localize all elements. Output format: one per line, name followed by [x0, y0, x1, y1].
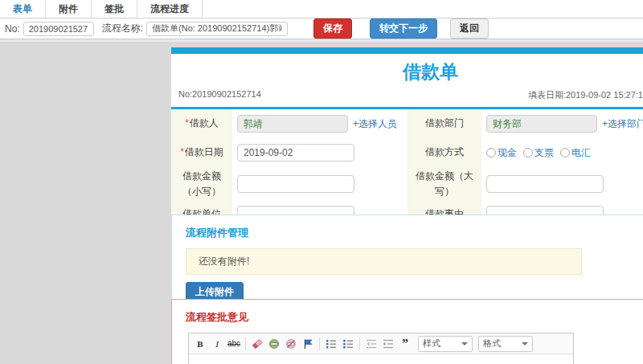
amount-upper-input[interactable] — [486, 175, 604, 193]
process-name-label: 流程名称: — [102, 22, 143, 35]
form-date-text: 填表日期:2019-09-02 15:27:1 — [528, 89, 643, 101]
required-asterisk: * — [180, 146, 184, 157]
bulleted-list-icon[interactable] — [341, 337, 355, 351]
editor-toolbar: B I abc — [189, 333, 573, 354]
toolbar-separator — [319, 337, 320, 350]
indent-icon[interactable] — [381, 337, 395, 351]
select-department-link[interactable]: +选择部门 — [602, 117, 643, 131]
no-label: No: — [5, 23, 20, 35]
save-button[interactable]: 保存 — [313, 18, 352, 39]
action-toolbar: No: 流程名称: 保存 转交下一步 返回 — [0, 18, 643, 39]
style-dropdown-label: 样式 — [423, 337, 440, 350]
department-field: +选择部门 — [481, 109, 643, 138]
amount-upper-field — [481, 167, 643, 201]
loan-method-field: 现金 支票 电汇 — [481, 138, 643, 167]
no-input[interactable] — [23, 22, 94, 36]
radio-wire-transfer[interactable]: 电汇 — [560, 146, 591, 160]
radio-check[interactable]: 支票 — [523, 146, 554, 160]
toolbar-separator — [245, 337, 246, 350]
tab-attachments[interactable]: 附件 — [46, 0, 92, 18]
format-dropdown-label: 格式 — [483, 337, 501, 350]
panel-top-accent-bar — [171, 47, 643, 54]
toolbar-separator — [359, 337, 360, 350]
form-no-text: No:20190902152714 — [178, 89, 261, 101]
department-label: 借款部门 — [408, 109, 481, 138]
italic-icon[interactable]: I — [210, 337, 224, 351]
borrower-input[interactable] — [237, 115, 348, 133]
department-input[interactable] — [486, 115, 597, 133]
radio-cash[interactable]: 现金 — [486, 146, 517, 160]
amount-upper-label: 借款金额（大写） — [408, 167, 481, 201]
unlink-icon[interactable] — [284, 337, 298, 351]
tab-form[interactable]: 表单 — [0, 0, 46, 18]
tab-process-progress[interactable]: 流程进度 — [137, 0, 203, 18]
link-icon[interactable] — [267, 337, 281, 351]
select-person-link[interactable]: +选择人员 — [353, 117, 397, 131]
tab-bar: 表单 附件 签批 流程进度 — [0, 0, 643, 18]
loan-date-input[interactable] — [237, 144, 354, 162]
radio-circle-icon[interactable] — [523, 148, 533, 157]
approval-section-title: 流程签批意见 — [172, 300, 643, 333]
chevron-down-icon — [461, 342, 468, 346]
amount-lower-input[interactable] — [237, 175, 354, 193]
borrower-field: +选择人员 — [232, 109, 408, 138]
editor-content-area[interactable] — [189, 354, 573, 364]
loan-form-panel: 借款单 No:20190902152714 填表日期:2019-09-02 15… — [171, 47, 643, 230]
attachment-section-title: 流程附件管理 — [172, 215, 643, 248]
form-meta-row: No:20190902152714 填表日期:2019-09-02 15:27:… — [171, 89, 643, 107]
no-attachment-alert: 还没有附件! — [186, 248, 582, 275]
rich-text-editor: B I abc — [188, 333, 574, 364]
radio-circle-icon[interactable] — [486, 148, 496, 157]
amount-lower-label: 借款金额（小写） — [171, 167, 232, 201]
process-name-input[interactable] — [146, 22, 288, 36]
forward-next-step-button[interactable]: 转交下一步 — [370, 18, 437, 39]
borrower-label: *借款人 — [171, 109, 232, 138]
tab-approval[interactable]: 签批 — [92, 0, 137, 18]
workspace: 借款单 No:20190902152714 填表日期:2019-09-02 15… — [0, 39, 643, 363]
format-dropdown[interactable]: 格式 — [478, 336, 533, 352]
loan-date-label: *借款日期 — [171, 138, 232, 167]
chevron-down-icon — [522, 342, 528, 346]
approval-comment-section: 流程签批意见 B I abc — [171, 299, 643, 364]
radio-circle-icon[interactable] — [560, 148, 570, 157]
bold-icon[interactable]: B — [193, 337, 207, 351]
anchor-flag-icon[interactable] — [301, 337, 315, 351]
blockquote-icon[interactable]: ” — [398, 337, 412, 351]
remove-format-icon[interactable] — [250, 337, 264, 351]
loan-method-label: 借款方式 — [408, 138, 481, 167]
numbered-list-icon[interactable] — [324, 337, 338, 351]
outdent-icon[interactable] — [364, 337, 379, 351]
loan-date-field — [232, 138, 408, 167]
form-title: 借款单 — [171, 59, 643, 84]
required-asterisk: * — [185, 117, 189, 129]
strikethrough-icon[interactable]: abc — [227, 337, 241, 351]
amount-lower-field — [232, 167, 408, 201]
back-button[interactable]: 返回 — [450, 18, 489, 39]
style-dropdown[interactable]: 样式 — [418, 336, 473, 352]
loan-form-grid: *借款人 +选择人员 借款部门 +选择部门 *借款日期 借款方式 — [171, 109, 643, 227]
